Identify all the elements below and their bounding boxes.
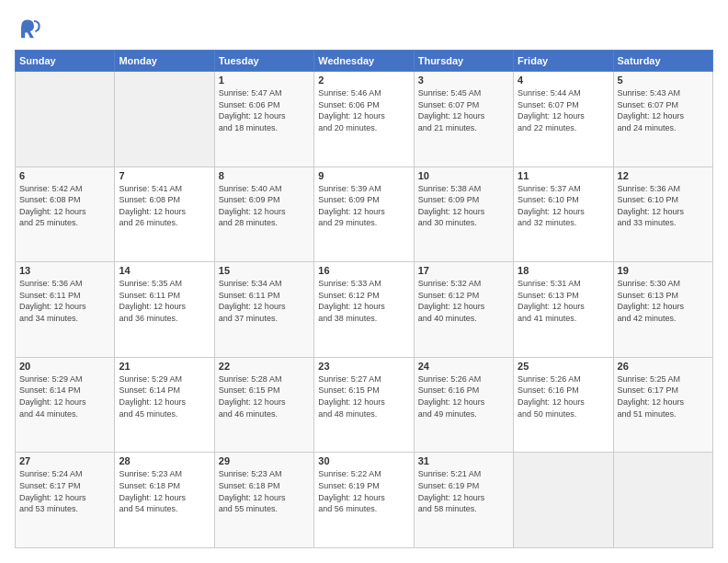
day-info: Sunrise: 5:40 AM Sunset: 6:09 PM Dayligh…	[219, 183, 310, 229]
calendar-cell: 26Sunrise: 5:25 AM Sunset: 6:17 PM Dayli…	[613, 357, 712, 453]
day-info: Sunrise: 5:37 AM Sunset: 6:10 PM Dayligh…	[518, 183, 609, 229]
calendar-cell: 13Sunrise: 5:36 AM Sunset: 6:11 PM Dayli…	[16, 262, 115, 358]
logo-icon	[15, 15, 40, 40]
day-number: 27	[19, 455, 110, 466]
calendar-cell: 9Sunrise: 5:39 AM Sunset: 6:09 PM Daylig…	[314, 167, 414, 262]
calendar-cell: 29Sunrise: 5:23 AM Sunset: 6:18 PM Dayli…	[214, 453, 313, 548]
day-info: Sunrise: 5:34 AM Sunset: 6:11 PM Dayligh…	[219, 278, 310, 324]
day-number: 1	[219, 75, 310, 86]
header-cell-wednesday: Wednesday	[314, 51, 414, 72]
header-cell-friday: Friday	[514, 51, 613, 72]
calendar-header: SundayMondayTuesdayWednesdayThursdayFrid…	[16, 51, 713, 72]
calendar-body: 1Sunrise: 5:47 AM Sunset: 6:06 PM Daylig…	[16, 72, 713, 548]
day-info: Sunrise: 5:33 AM Sunset: 6:12 PM Dayligh…	[318, 278, 409, 324]
day-info: Sunrise: 5:29 AM Sunset: 6:14 PM Dayligh…	[119, 373, 210, 419]
day-number: 2	[318, 75, 409, 86]
calendar-cell: 25Sunrise: 5:26 AM Sunset: 6:16 PM Dayli…	[514, 357, 613, 453]
day-number: 29	[219, 455, 310, 466]
day-number: 24	[418, 361, 509, 372]
day-info: Sunrise: 5:42 AM Sunset: 6:08 PM Dayligh…	[19, 183, 110, 229]
calendar-table: SundayMondayTuesdayWednesdayThursdayFrid…	[15, 50, 713, 548]
day-number: 10	[418, 170, 509, 181]
header-cell-saturday: Saturday	[613, 51, 712, 72]
day-info: Sunrise: 5:25 AM Sunset: 6:17 PM Dayligh…	[618, 373, 709, 419]
calendar-cell: 10Sunrise: 5:38 AM Sunset: 6:09 PM Dayli…	[414, 167, 513, 262]
calendar-cell: 7Sunrise: 5:41 AM Sunset: 6:08 PM Daylig…	[115, 167, 214, 262]
day-info: Sunrise: 5:39 AM Sunset: 6:09 PM Dayligh…	[318, 183, 409, 229]
page: SundayMondayTuesdayWednesdayThursdayFrid…	[0, 0, 728, 563]
day-info: Sunrise: 5:29 AM Sunset: 6:14 PM Dayligh…	[19, 373, 110, 419]
day-number: 12	[618, 170, 709, 181]
day-info: Sunrise: 5:36 AM Sunset: 6:11 PM Dayligh…	[19, 278, 110, 324]
day-number: 6	[19, 170, 110, 181]
header-cell-thursday: Thursday	[414, 51, 513, 72]
day-info: Sunrise: 5:31 AM Sunset: 6:13 PM Dayligh…	[518, 278, 609, 324]
logo	[15, 15, 44, 40]
calendar-cell: 16Sunrise: 5:33 AM Sunset: 6:12 PM Dayli…	[314, 262, 414, 358]
day-number: 5	[618, 75, 709, 86]
day-number: 26	[618, 361, 709, 372]
day-number: 30	[318, 455, 409, 466]
day-info: Sunrise: 5:22 AM Sunset: 6:19 PM Dayligh…	[318, 468, 409, 514]
calendar-week-1: 1Sunrise: 5:47 AM Sunset: 6:06 PM Daylig…	[16, 72, 713, 167]
calendar-cell: 28Sunrise: 5:23 AM Sunset: 6:18 PM Dayli…	[115, 453, 214, 548]
day-info: Sunrise: 5:36 AM Sunset: 6:10 PM Dayligh…	[618, 183, 709, 229]
day-info: Sunrise: 5:32 AM Sunset: 6:12 PM Dayligh…	[418, 278, 509, 324]
calendar-cell: 17Sunrise: 5:32 AM Sunset: 6:12 PM Dayli…	[414, 262, 513, 358]
day-number: 8	[219, 170, 310, 181]
day-info: Sunrise: 5:27 AM Sunset: 6:15 PM Dayligh…	[318, 373, 409, 419]
day-number: 19	[618, 265, 709, 276]
calendar-week-3: 13Sunrise: 5:36 AM Sunset: 6:11 PM Dayli…	[16, 262, 713, 358]
day-number: 11	[518, 170, 609, 181]
calendar-cell	[115, 72, 214, 167]
day-number: 28	[119, 455, 210, 466]
day-info: Sunrise: 5:21 AM Sunset: 6:19 PM Dayligh…	[418, 468, 509, 514]
day-info: Sunrise: 5:23 AM Sunset: 6:18 PM Dayligh…	[119, 468, 210, 514]
day-info: Sunrise: 5:45 AM Sunset: 6:07 PM Dayligh…	[418, 87, 509, 133]
day-number: 21	[119, 361, 210, 372]
day-number: 13	[19, 265, 110, 276]
day-info: Sunrise: 5:30 AM Sunset: 6:13 PM Dayligh…	[618, 278, 709, 324]
day-info: Sunrise: 5:26 AM Sunset: 6:16 PM Dayligh…	[518, 373, 609, 419]
day-info: Sunrise: 5:28 AM Sunset: 6:15 PM Dayligh…	[219, 373, 310, 419]
calendar-cell: 31Sunrise: 5:21 AM Sunset: 6:19 PM Dayli…	[414, 453, 513, 548]
day-info: Sunrise: 5:46 AM Sunset: 6:06 PM Dayligh…	[318, 87, 409, 133]
calendar-cell: 12Sunrise: 5:36 AM Sunset: 6:10 PM Dayli…	[613, 167, 712, 262]
day-number: 17	[418, 265, 509, 276]
day-info: Sunrise: 5:38 AM Sunset: 6:09 PM Dayligh…	[418, 183, 509, 229]
day-number: 31	[418, 455, 509, 466]
calendar-cell	[613, 453, 712, 548]
calendar-cell: 23Sunrise: 5:27 AM Sunset: 6:15 PM Dayli…	[314, 357, 414, 453]
calendar-cell: 20Sunrise: 5:29 AM Sunset: 6:14 PM Dayli…	[16, 357, 115, 453]
calendar-cell: 14Sunrise: 5:35 AM Sunset: 6:11 PM Dayli…	[115, 262, 214, 358]
calendar-cell: 5Sunrise: 5:43 AM Sunset: 6:07 PM Daylig…	[613, 72, 712, 167]
header-cell-tuesday: Tuesday	[214, 51, 313, 72]
day-number: 7	[119, 170, 210, 181]
calendar-cell	[514, 453, 613, 548]
calendar-cell: 24Sunrise: 5:26 AM Sunset: 6:16 PM Dayli…	[414, 357, 513, 453]
calendar-cell: 15Sunrise: 5:34 AM Sunset: 6:11 PM Dayli…	[214, 262, 313, 358]
day-number: 16	[318, 265, 409, 276]
calendar-cell: 11Sunrise: 5:37 AM Sunset: 6:10 PM Dayli…	[514, 167, 613, 262]
day-info: Sunrise: 5:24 AM Sunset: 6:17 PM Dayligh…	[19, 468, 110, 514]
calendar-cell: 1Sunrise: 5:47 AM Sunset: 6:06 PM Daylig…	[214, 72, 313, 167]
header-cell-sunday: Sunday	[16, 51, 115, 72]
day-number: 9	[318, 170, 409, 181]
day-number: 15	[219, 265, 310, 276]
day-number: 20	[19, 361, 110, 372]
calendar-week-4: 20Sunrise: 5:29 AM Sunset: 6:14 PM Dayli…	[16, 357, 713, 453]
calendar-cell: 6Sunrise: 5:42 AM Sunset: 6:08 PM Daylig…	[16, 167, 115, 262]
calendar-cell: 8Sunrise: 5:40 AM Sunset: 6:09 PM Daylig…	[214, 167, 313, 262]
header	[15, 15, 713, 40]
day-number: 25	[518, 361, 609, 372]
calendar-cell: 30Sunrise: 5:22 AM Sunset: 6:19 PM Dayli…	[314, 453, 414, 548]
calendar-cell: 3Sunrise: 5:45 AM Sunset: 6:07 PM Daylig…	[414, 72, 513, 167]
calendar-cell: 19Sunrise: 5:30 AM Sunset: 6:13 PM Dayli…	[613, 262, 712, 358]
day-info: Sunrise: 5:35 AM Sunset: 6:11 PM Dayligh…	[119, 278, 210, 324]
day-info: Sunrise: 5:26 AM Sunset: 6:16 PM Dayligh…	[418, 373, 509, 419]
header-cell-monday: Monday	[115, 51, 214, 72]
day-number: 22	[219, 361, 310, 372]
day-number: 4	[518, 75, 609, 86]
calendar-cell: 2Sunrise: 5:46 AM Sunset: 6:06 PM Daylig…	[314, 72, 414, 167]
day-info: Sunrise: 5:41 AM Sunset: 6:08 PM Dayligh…	[119, 183, 210, 229]
